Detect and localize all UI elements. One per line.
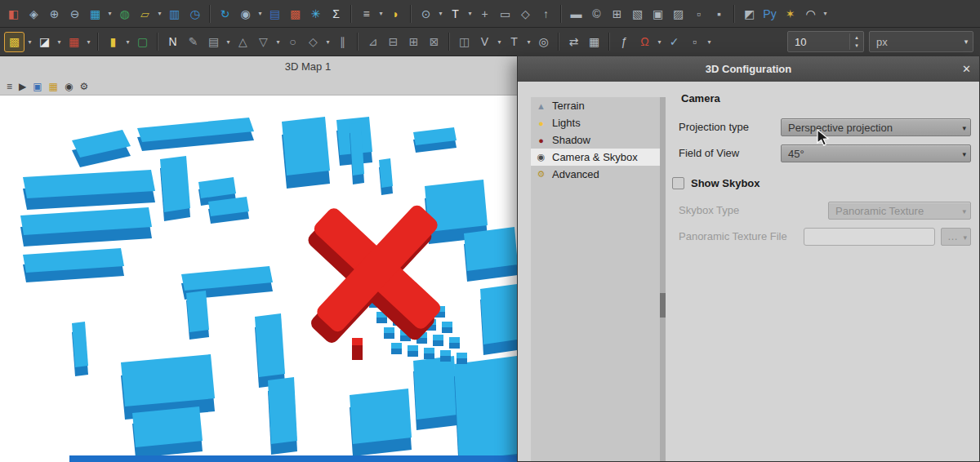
- chevron-down-icon[interactable]: ▾: [960, 38, 973, 46]
- dialog-page-advanced[interactable]: ⚙Advanced: [531, 166, 660, 183]
- svg-annotation-icon[interactable]: ◇: [516, 4, 535, 23]
- north-tool-icon[interactable]: N: [163, 33, 182, 51]
- configure-icon[interactable]: ⚙: [79, 82, 88, 91]
- export-scene-icon[interactable]: ▦: [49, 82, 58, 91]
- dialog-page-camera-skybox[interactable]: ◉Camera & Skybox: [531, 149, 660, 166]
- target-tool-icon[interactable]: ◎: [534, 33, 553, 51]
- move-annotation-icon[interactable]: +: [475, 4, 494, 23]
- close-icon[interactable]: ✕: [962, 56, 971, 82]
- parallel-digitize-icon[interactable]: ∥: [333, 33, 352, 51]
- unit-combobox-value[interactable]: px: [870, 36, 960, 48]
- add-triangle-icon[interactable]: ⊿: [363, 33, 382, 51]
- log-messages-icon[interactable]: ▤: [265, 4, 284, 23]
- move-feature-icon[interactable]: ⊟: [384, 33, 403, 51]
- copy-feature-icon[interactable]: ⊞: [404, 33, 423, 51]
- unit-combobox[interactable]: px ▾: [869, 31, 973, 52]
- measure-icon[interactable]: ▱: [136, 4, 154, 23]
- freeze-view-icon[interactable]: ✳: [306, 4, 325, 23]
- spinbox-steppers[interactable]: ▴ ▾: [849, 33, 863, 50]
- layer-styling-icon[interactable]: ▦: [65, 33, 83, 51]
- dropdown-arrow-icon[interactable]: ▾: [377, 10, 385, 17]
- dropdown-arrow-icon[interactable]: ▾: [124, 38, 131, 46]
- label-size-spinbox[interactable]: 10 ▴ ▾: [787, 31, 864, 52]
- copyright-label-icon[interactable]: ©: [587, 4, 606, 23]
- dropdown-arrow-icon[interactable]: ▾: [106, 10, 114, 17]
- dialog-page-shadow[interactable]: ●Shadow: [531, 131, 660, 149]
- save-image-icon[interactable]: ▣: [33, 82, 42, 91]
- add-polygon-icon[interactable]: ▽: [254, 33, 273, 51]
- scale-bar-icon[interactable]: ▬: [567, 4, 586, 23]
- projection-type-combobox[interactable]: Perspective projection ▾: [781, 118, 971, 136]
- scrollbar-handle[interactable]: [660, 293, 666, 318]
- annotation-text-icon[interactable]: T: [505, 33, 523, 51]
- dialog-page-terrain[interactable]: ▲Terrain: [531, 97, 660, 114]
- play-animation-icon[interactable]: ▶: [19, 82, 26, 91]
- split-features-icon[interactable]: ◫: [455, 33, 474, 51]
- zoom-to-selection-icon[interactable]: ⊙: [416, 4, 435, 23]
- zoom-out-icon[interactable]: ⊖: [65, 4, 84, 23]
- select-features-icon[interactable]: ▦: [86, 4, 105, 23]
- tracing-icon[interactable]: ▫: [685, 33, 704, 51]
- python-console-icon[interactable]: Py: [760, 4, 779, 23]
- field-calculator-icon[interactable]: ƒ: [615, 33, 634, 51]
- current-edits-icon[interactable]: ▩: [4, 32, 24, 52]
- deselect-features-icon[interactable]: ▫: [689, 4, 708, 23]
- field-of-view-combobox[interactable]: 45° ▾: [781, 144, 971, 162]
- vertex-tool-icon[interactable]: V: [475, 33, 494, 51]
- dropdown-arrow-icon[interactable]: ▾: [156, 10, 163, 17]
- dropdown-arrow-icon[interactable]: ▾: [706, 38, 713, 46]
- raster-calculator-icon[interactable]: ▩: [286, 4, 305, 23]
- snapping-magnet-icon[interactable]: Ω: [635, 33, 654, 51]
- layout-manager-icon[interactable]: ▣: [648, 4, 667, 23]
- topology-check-icon[interactable]: ✓: [665, 33, 684, 51]
- dropdown-arrow-icon[interactable]: ▾: [437, 10, 444, 17]
- text-annotation-icon[interactable]: T: [446, 4, 465, 23]
- pan-map-icon[interactable]: ◈: [24, 4, 43, 23]
- dropdown-arrow-icon[interactable]: ▾: [466, 10, 474, 17]
- select-by-expression-icon[interactable]: ▨: [669, 4, 688, 23]
- dropdown-arrow-icon[interactable]: ▾: [496, 38, 503, 46]
- dropdown-arrow-icon[interactable]: ▾: [256, 10, 264, 17]
- map-tips-icon[interactable]: ◗: [386, 4, 405, 23]
- dropdown-arrow-icon[interactable]: ▾: [822, 10, 829, 17]
- dialog-page-lights[interactable]: ●Lights: [531, 114, 660, 131]
- draw-arc-icon[interactable]: ◠: [801, 4, 820, 23]
- add-feature-icon[interactable]: △: [234, 33, 252, 51]
- refresh-map-icon[interactable]: ↻: [216, 4, 234, 23]
- report-bug-icon[interactable]: ✶: [781, 4, 800, 23]
- add-rectangle-icon[interactable]: ◇: [304, 33, 323, 51]
- sum-statistics-icon[interactable]: Σ: [327, 4, 345, 23]
- spinbox-value[interactable]: 10: [788, 36, 849, 48]
- dropdown-arrow-icon[interactable]: ▾: [26, 38, 33, 46]
- toolbox-menu-icon[interactable]: ≡: [357, 4, 376, 23]
- gradient-style-icon[interactable]: ◪: [35, 33, 54, 51]
- north-arrow-icon[interactable]: ↑: [537, 4, 555, 23]
- dropdown-arrow-icon[interactable]: ▾: [56, 38, 63, 46]
- dropdown-arrow-icon[interactable]: ▾: [656, 38, 663, 46]
- select-all-icon[interactable]: ▪: [710, 4, 728, 23]
- swap-geometry-icon[interactable]: ⇄: [564, 33, 583, 51]
- attribute-table-icon[interactable]: ▦: [585, 33, 604, 51]
- toggle-editing-icon[interactable]: ✎: [184, 33, 203, 51]
- zoom-in-icon[interactable]: ⊕: [45, 4, 64, 23]
- show-visibility-icon[interactable]: ◉: [65, 82, 73, 91]
- dropdown-arrow-icon[interactable]: ▾: [324, 38, 332, 46]
- invert-selection-icon[interactable]: ◩: [740, 4, 759, 23]
- spin-down-icon[interactable]: ▾: [850, 42, 863, 50]
- dropdown-arrow-icon[interactable]: ▾: [225, 38, 232, 46]
- camera-control-icon[interactable]: ≡: [7, 82, 12, 91]
- show-skybox-checkbox[interactable]: [672, 177, 684, 189]
- dialog-titlebar[interactable]: 3D Configuration ✕: [518, 56, 979, 82]
- dropdown-arrow-icon[interactable]: ▾: [525, 38, 532, 46]
- delete-feature-icon[interactable]: ⊠: [425, 33, 443, 51]
- layout-extent-icon[interactable]: ▧: [628, 4, 647, 23]
- add-circle-icon[interactable]: ○: [283, 33, 302, 51]
- statistical-summary-icon[interactable]: ▥: [165, 4, 184, 23]
- page-list-scrollbar[interactable]: [660, 97, 666, 461]
- spin-up-icon[interactable]: ▴: [850, 33, 863, 42]
- dropdown-arrow-icon[interactable]: ▾: [85, 38, 92, 46]
- identify-features-icon[interactable]: ◍: [115, 4, 134, 23]
- style-manager-icon[interactable]: ◧: [4, 4, 23, 23]
- html-annotation-icon[interactable]: ▭: [496, 4, 514, 23]
- temporal-controller-icon[interactable]: ◷: [185, 4, 204, 23]
